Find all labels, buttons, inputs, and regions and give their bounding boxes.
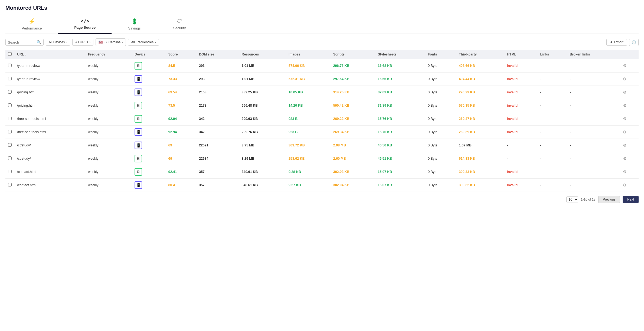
cell-dom-size: 22691	[196, 139, 239, 152]
cell-third-party: 403.66 KB	[456, 59, 504, 73]
table-row: /ctrstudy/ weekly 📱 69 22691 3.75 MB 303…	[5, 139, 639, 152]
cell-scripts: 269.34 KB	[331, 126, 375, 139]
row-settings-icon[interactable]: ⚙	[623, 169, 626, 174]
filter-frequencies[interactable]: All Frequencies ›	[128, 39, 159, 46]
cell-third-party: 300.33 KB	[456, 165, 504, 179]
cell-scripts: 296.76 KB	[331, 59, 375, 73]
row-checkbox-8[interactable]	[8, 170, 12, 173]
table-row: /ctrstudy/ weekly 🖥 69 22684 3.29 MB 258…	[5, 152, 639, 165]
filter-all-urls[interactable]: All URLs ›	[72, 39, 93, 46]
search-input[interactable]	[8, 40, 35, 44]
tab-page-source[interactable]: </> Page Source	[58, 15, 112, 34]
cell-scripts: 314.26 KB	[331, 86, 375, 99]
tab-bar: ⚡ Performance </> Page Source 💲 Savings …	[5, 15, 639, 34]
row-settings-icon[interactable]: ⚙	[623, 116, 626, 121]
cell-images: 9.28 KB	[286, 165, 331, 179]
cell-links: -	[538, 73, 567, 86]
filter-location[interactable]: 🇺🇸 S. Carolina ›	[96, 38, 126, 46]
cell-url: /pricing.html	[14, 99, 85, 112]
row-settings-icon[interactable]: ⚙	[623, 103, 626, 108]
cell-fonts: 0 Byte	[425, 152, 456, 165]
cell-resources: 299.76 KB	[239, 126, 286, 139]
cell-dom-size: 357	[196, 179, 239, 192]
row-checkbox-7[interactable]	[8, 156, 12, 160]
col-dom-size: DOM size	[196, 50, 239, 59]
row-checkbox-6[interactable]	[8, 143, 12, 147]
cell-broken-links: -	[567, 165, 620, 179]
cell-device: 🖥	[132, 59, 166, 73]
cell-frequency: weekly	[85, 73, 132, 86]
cell-resources: 1.01 MB	[239, 59, 286, 73]
cell-score: 92.94	[166, 112, 196, 126]
row-settings-icon[interactable]: ⚙	[623, 90, 626, 94]
main-table: URL ↓ Frequency Device Score DOM size Re…	[5, 50, 639, 192]
cell-device: 🖥	[132, 165, 166, 179]
cell-scripts: 302.03 KB	[331, 165, 375, 179]
row-checkbox-0[interactable]	[8, 64, 12, 67]
search-icon: 🔍	[37, 40, 41, 44]
row-settings-icon[interactable]: ⚙	[623, 143, 626, 148]
row-settings-icon[interactable]: ⚙	[623, 156, 626, 161]
tab-performance[interactable]: ⚡ Performance	[5, 15, 58, 34]
performance-icon: ⚡	[28, 18, 35, 25]
cell-third-party: 1.07 MB	[456, 139, 504, 152]
cell-third-party: 570.35 KB	[456, 99, 504, 112]
row-checkbox-2[interactable]	[8, 90, 12, 94]
cell-score: 92.41	[166, 165, 196, 179]
cell-third-party: 269.47 KB	[456, 112, 504, 126]
row-checkbox-1[interactable]	[8, 77, 12, 80]
desktop-icon: 🖥	[135, 62, 142, 70]
cell-third-party: 290.29 KB	[456, 86, 504, 99]
cell-links: -	[538, 86, 567, 99]
table-row: /contact.html weekly 🖥 92.41 357 340.61 …	[5, 165, 639, 179]
row-checkbox-3[interactable]	[8, 103, 12, 107]
export-button[interactable]: ⬇ Export	[606, 39, 627, 46]
cell-links: -	[538, 59, 567, 73]
per-page-selector[interactable]: 10 25 50	[566, 196, 578, 202]
table-row: /pricing.html weekly 📱 69.54 2168 382.25…	[5, 86, 639, 99]
per-page-select[interactable]: 10 25 50	[566, 196, 578, 202]
row-settings-icon[interactable]: ⚙	[623, 130, 626, 134]
mobile-icon: 📱	[135, 75, 142, 83]
cell-html: invalid	[504, 73, 538, 86]
col-broken-links: Broken links	[567, 50, 620, 59]
col-html: HTML	[504, 50, 538, 59]
next-button[interactable]: Next	[623, 196, 639, 203]
cell-links: -	[538, 139, 567, 152]
row-settings-icon[interactable]: ⚙	[623, 63, 626, 68]
cell-score: 92.94	[166, 126, 196, 139]
cell-stylesheets: 16.66 KB	[375, 73, 425, 86]
filter-all-devices[interactable]: All Devices ›	[46, 39, 70, 46]
tab-savings[interactable]: 💲 Savings	[112, 15, 157, 34]
cell-third-party: 269.59 KB	[456, 126, 504, 139]
table-row: /year-in-review/ weekly 🖥 84.5 293 1.01 …	[5, 59, 639, 73]
cell-frequency: weekly	[85, 112, 132, 126]
cell-images: 9.27 KB	[286, 179, 331, 192]
cell-third-party: 300.32 KB	[456, 179, 504, 192]
previous-button[interactable]: Previous	[598, 196, 620, 203]
cell-images: 572.31 KB	[286, 73, 331, 86]
cell-fonts: 0 Byte	[425, 73, 456, 86]
row-settings-icon[interactable]: ⚙	[623, 183, 626, 187]
desktop-icon: 🖥	[135, 115, 142, 123]
cell-fonts: 0 Byte	[425, 179, 456, 192]
cell-broken-links: -	[567, 139, 620, 152]
cell-frequency: weekly	[85, 126, 132, 139]
cell-stylesheets: 15.07 KB	[375, 179, 425, 192]
row-checkbox-4[interactable]	[8, 117, 12, 120]
cell-html: invalid	[504, 165, 538, 179]
page-title: Monitored URLs	[5, 5, 639, 11]
cell-url: /free-seo-tools.html	[14, 112, 85, 126]
row-checkbox-5[interactable]	[8, 130, 12, 133]
row-settings-icon[interactable]: ⚙	[623, 77, 626, 81]
col-fonts: Fonts	[425, 50, 456, 59]
history-button[interactable]: 🕐	[629, 39, 639, 46]
col-actions	[620, 50, 639, 59]
cell-broken-links: -	[567, 126, 620, 139]
select-all-checkbox[interactable]	[8, 52, 12, 56]
cell-scripts: 590.42 KB	[331, 99, 375, 112]
row-checkbox-9[interactable]	[8, 183, 12, 186]
search-wrap[interactable]: 🔍	[5, 39, 44, 46]
table-row: /free-seo-tools.html weekly 📱 92.94 342 …	[5, 126, 639, 139]
tab-security[interactable]: 🛡 Security	[157, 15, 202, 34]
